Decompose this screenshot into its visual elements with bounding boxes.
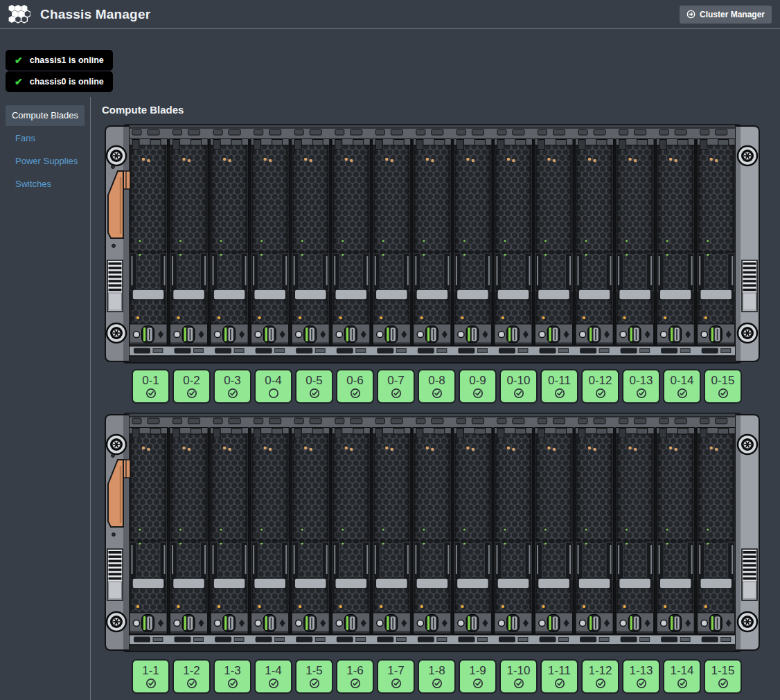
blade-button-label: 0-9: [469, 375, 486, 388]
blade-button-1-3[interactable]: 1-3: [213, 659, 251, 694]
check-circle-icon: [268, 678, 279, 689]
check-circle-icon: [391, 388, 402, 399]
check-circle-icon: [472, 388, 484, 399]
sidebar-item-compute-blades[interactable]: Compute Blades: [6, 105, 85, 126]
chassis-0-illustration: [103, 123, 762, 364]
check-circle-icon: [636, 388, 647, 399]
sidebar-item-switches[interactable]: Switches: [6, 174, 85, 195]
check-circle-icon: [595, 388, 606, 399]
blade-button-0-4[interactable]: 0-4: [254, 369, 292, 404]
blade-button-label: 0-4: [265, 375, 282, 388]
blade-button-label: 1-6: [346, 665, 364, 678]
blade-button-1-4[interactable]: 1-4: [254, 659, 292, 694]
check-circle-icon: [309, 388, 320, 399]
toast: ✔ chassis0 is online: [6, 71, 113, 92]
blade-button-label: 1-15: [711, 665, 734, 678]
check-circle-icon: [513, 388, 524, 399]
blade-button-0-5[interactable]: 0-5: [295, 369, 333, 404]
blade-button-label: 1-5: [305, 665, 323, 678]
check-circle-icon: [595, 678, 606, 689]
blade-button-label: 0-12: [588, 375, 612, 388]
chassis-0-blade-buttons: 0-1 0-2 0-3 0-4 0-5 0-6 0-7 0-8 0-9 0-10…: [132, 369, 742, 404]
check-circle-icon: [350, 678, 361, 689]
blade-button-label: 1-3: [224, 665, 241, 678]
blade-button-label: 0-11: [548, 375, 571, 388]
check-circle-icon: [350, 388, 361, 399]
check-circle-icon: [554, 678, 565, 689]
blade-button-0-13[interactable]: 0-13: [622, 369, 660, 404]
toast-stack: ✔ chassis1 is online ✔ chassis0 is onlin…: [6, 50, 113, 92]
honeycomb-logo-icon: [7, 4, 30, 25]
blade-button-1-9[interactable]: 1-9: [459, 659, 497, 694]
check-icon: ✔: [15, 77, 23, 87]
blade-button-1-11[interactable]: 1-11: [540, 659, 578, 694]
blade-button-0-8[interactable]: 0-8: [418, 369, 456, 404]
blade-button-0-10[interactable]: 0-10: [499, 369, 538, 404]
sidebar-divider: [90, 97, 91, 700]
sidebar-item-fans[interactable]: Fans: [6, 128, 85, 149]
blade-button-label: 0-2: [183, 375, 200, 388]
blade-button-label: 1-1: [142, 665, 159, 678]
check-circle-icon: [186, 678, 197, 689]
blade-button-label: 0-14: [670, 375, 693, 388]
blade-button-label: 1-10: [506, 665, 530, 678]
blade-button-label: 0-10: [506, 375, 530, 388]
blade-button-label: 0-7: [387, 375, 405, 388]
check-circle-icon: [145, 678, 157, 689]
blade-button-0-1[interactable]: 0-1: [132, 369, 170, 404]
blade-button-0-12[interactable]: 0-12: [581, 369, 619, 404]
blade-button-label: 1-7: [387, 665, 405, 678]
blade-button-0-7[interactable]: 0-7: [377, 369, 415, 404]
check-circle-icon: [227, 678, 238, 689]
blade-button-0-9[interactable]: 0-9: [459, 369, 497, 404]
cluster-manager-button[interactable]: Cluster Manager: [680, 6, 772, 24]
chassis-1-blade-buttons: 1-1 1-2 1-3 1-4 1-5 1-6 1-7 1-8 1-9 1-10…: [132, 659, 742, 694]
toast-text: chassis0 is online: [30, 77, 104, 87]
blade-button-0-2[interactable]: 0-2: [172, 369, 211, 404]
blade-button-1-6[interactable]: 1-6: [336, 659, 374, 694]
check-circle-icon: [718, 388, 729, 399]
check-circle-icon: [636, 678, 647, 689]
blade-button-0-3[interactable]: 0-3: [213, 369, 251, 404]
blade-button-1-1[interactable]: 1-1: [132, 659, 170, 694]
blade-button-0-6[interactable]: 0-6: [336, 369, 374, 404]
check-circle-icon: [718, 678, 729, 689]
blade-button-label: 0-13: [629, 375, 653, 388]
app-header: Chassis Manager Cluster Manager: [0, 0, 780, 29]
blade-button-0-14[interactable]: 0-14: [663, 369, 701, 404]
blade-button-0-11[interactable]: 0-11: [540, 369, 578, 404]
blade-button-1-8[interactable]: 1-8: [418, 659, 456, 694]
blade-button-label: 1-9: [469, 665, 486, 678]
page-title: Compute Blades: [102, 104, 184, 116]
check-circle-icon: [145, 388, 157, 399]
check-circle-icon: [677, 678, 688, 689]
check-circle-icon: [186, 388, 197, 399]
check-circle-icon: [677, 388, 688, 399]
check-circle-icon: [513, 678, 524, 689]
blade-button-1-15[interactable]: 1-15: [704, 659, 742, 694]
blade-button-label: 1-12: [588, 665, 612, 678]
blade-button-label: 1-2: [183, 665, 200, 678]
blade-button-1-13[interactable]: 1-13: [622, 659, 660, 694]
check-icon: ✔: [15, 55, 23, 65]
check-circle-icon: [309, 678, 320, 689]
app-title: Chassis Manager: [40, 7, 150, 22]
blade-button-label: 0-15: [711, 375, 734, 388]
sidebar-item-power-supplies[interactable]: Power Supplies: [6, 151, 85, 172]
toast-text: chassis1 is online: [30, 55, 104, 65]
circle-icon: [268, 388, 279, 399]
circle-arrow-right-icon: [686, 10, 695, 19]
blade-button-label: 0-6: [346, 375, 364, 388]
blade-button-0-15[interactable]: 0-15: [704, 369, 742, 404]
blade-button-1-5[interactable]: 1-5: [295, 659, 333, 694]
check-circle-icon: [554, 388, 565, 399]
blade-button-1-12[interactable]: 1-12: [581, 659, 619, 694]
blade-button-label: 1-8: [428, 665, 445, 678]
blade-button-1-7[interactable]: 1-7: [377, 659, 415, 694]
blade-button-label: 1-13: [629, 665, 653, 678]
chassis-1-illustration: [103, 412, 762, 653]
blade-button-1-2[interactable]: 1-2: [172, 659, 211, 694]
blade-button-label: 0-1: [142, 375, 159, 388]
blade-button-1-10[interactable]: 1-10: [499, 659, 538, 694]
blade-button-1-14[interactable]: 1-14: [663, 659, 701, 694]
